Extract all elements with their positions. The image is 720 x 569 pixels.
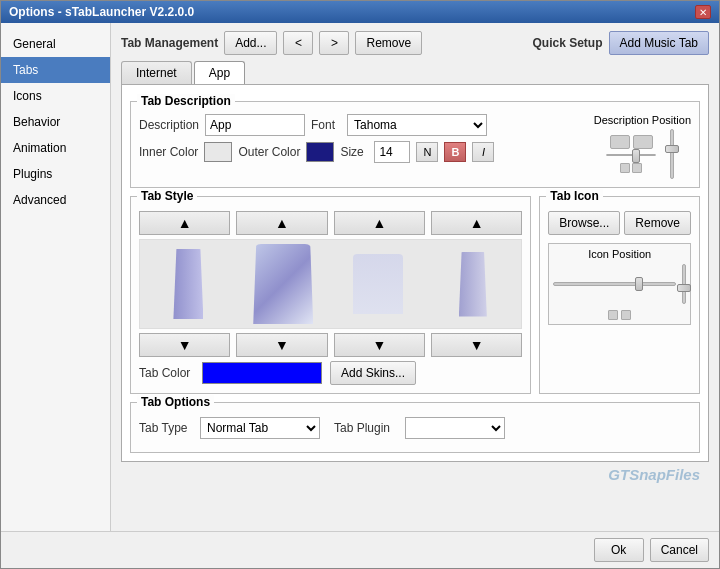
remove-icon-button[interactable]: Remove bbox=[624, 211, 691, 235]
normal-font-button[interactable]: N bbox=[416, 142, 438, 162]
sidebar-item-plugins[interactable]: Plugins bbox=[1, 161, 110, 187]
desc-input[interactable] bbox=[205, 114, 305, 136]
ok-button[interactable]: Ok bbox=[594, 538, 644, 562]
tab-app[interactable]: App bbox=[194, 61, 245, 84]
style-up-btn-3[interactable]: ▲ bbox=[334, 211, 425, 235]
desc-position-area: Description Position bbox=[594, 114, 691, 179]
font-label: Font bbox=[311, 118, 341, 132]
inner-color-swatch[interactable] bbox=[204, 142, 232, 162]
next-button[interactable]: > bbox=[319, 31, 349, 55]
outer-color-swatch[interactable] bbox=[306, 142, 334, 162]
desc-position-label: Description Position bbox=[594, 114, 691, 126]
sidebar-item-tabs[interactable]: Tabs bbox=[1, 57, 110, 83]
sidebar-item-general[interactable]: General bbox=[1, 31, 110, 57]
bold-font-button[interactable]: B bbox=[444, 142, 466, 162]
main-window: Options - sTabLauncher V2.2.0.0 ✕ Genera… bbox=[0, 0, 720, 569]
cancel-button[interactable]: Cancel bbox=[650, 538, 709, 562]
tab-options-section: Tab Options Tab Type Normal Tab Music Ta… bbox=[130, 402, 700, 453]
watermark: GTSnapFiles bbox=[608, 466, 700, 483]
outer-color-label: Outer Color bbox=[238, 145, 300, 159]
color-row: Inner Color Outer Color Size N B I bbox=[139, 141, 584, 163]
style-up-buttons: ▲ ▲ ▲ ▲ bbox=[139, 211, 522, 235]
style-down-btn-1[interactable]: ▼ bbox=[139, 333, 230, 357]
size-label: Size bbox=[340, 145, 368, 159]
tab-description-title: Tab Description bbox=[137, 94, 235, 108]
tab-icon-buttons: Browse... Remove bbox=[548, 211, 691, 235]
sub-tabs-row: Internet App bbox=[121, 61, 709, 84]
italic-font-button[interactable]: I bbox=[472, 142, 494, 162]
tab-color-swatch[interactable] bbox=[202, 362, 322, 384]
main-content: Tab Management Add... < > Remove Quick S… bbox=[111, 23, 719, 531]
tab-style-section: Tab Style ▲ ▲ ▲ ▲ bbox=[130, 196, 531, 394]
tab-preview-4 bbox=[433, 244, 513, 324]
sidebar-item-behavior[interactable]: Behavior bbox=[1, 109, 110, 135]
tab-description-section: Tab Description Description Font Tahoma bbox=[130, 101, 700, 188]
style-up-btn-4[interactable]: ▲ bbox=[431, 211, 522, 235]
add-skins-button[interactable]: Add Skins... bbox=[330, 361, 416, 385]
style-up-btn-1[interactable]: ▲ bbox=[139, 211, 230, 235]
desc-label: Description bbox=[139, 118, 199, 132]
tab-plugin-select[interactable] bbox=[405, 417, 505, 439]
tab-options-title: Tab Options bbox=[137, 395, 214, 409]
tab-preview-3 bbox=[338, 244, 418, 324]
close-button[interactable]: ✕ bbox=[695, 5, 711, 19]
size-input[interactable] bbox=[374, 141, 410, 163]
font-select[interactable]: Tahoma bbox=[347, 114, 487, 136]
tab-management-toolbar: Tab Management Add... < > Remove bbox=[121, 31, 422, 55]
tab-type-select[interactable]: Normal Tab Music Tab App Tab bbox=[200, 417, 320, 439]
sidebar-item-icons[interactable]: Icons bbox=[1, 83, 110, 109]
style-down-buttons: ▼ ▼ ▼ ▼ bbox=[139, 333, 522, 357]
tab-style-title: Tab Style bbox=[137, 189, 197, 203]
window-title: Options - sTabLauncher V2.2.0.0 bbox=[9, 5, 194, 19]
inner-color-label: Inner Color bbox=[139, 145, 198, 159]
add-button[interactable]: Add... bbox=[224, 31, 277, 55]
top-toolbars: Tab Management Add... < > Remove Quick S… bbox=[121, 31, 709, 55]
style-down-btn-2[interactable]: ▼ bbox=[236, 333, 327, 357]
description-row: Description Font Tahoma bbox=[139, 114, 584, 136]
tab-icon-title: Tab Icon bbox=[546, 189, 602, 203]
add-music-tab-button[interactable]: Add Music Tab bbox=[609, 31, 710, 55]
app-panel: Tab Description Description Font Tahoma bbox=[121, 84, 709, 462]
quick-setup-label: Quick Setup bbox=[532, 36, 602, 50]
sidebar-item-animation[interactable]: Animation bbox=[1, 135, 110, 161]
tab-options-row: Tab Type Normal Tab Music Tab App Tab Ta… bbox=[139, 417, 691, 439]
tab-internet[interactable]: Internet bbox=[121, 61, 192, 84]
icon-position-area: Icon Position bbox=[548, 243, 691, 325]
tab-icon-section: Tab Icon Browse... Remove Icon Position bbox=[539, 196, 700, 394]
sidebar: General Tabs Icons Behavior Animation Pl… bbox=[1, 23, 111, 531]
tab-management-label: Tab Management bbox=[121, 36, 218, 50]
sidebar-item-advanced[interactable]: Advanced bbox=[1, 187, 110, 213]
tab-color-row: Tab Color Add Skins... bbox=[139, 361, 522, 385]
remove-button[interactable]: Remove bbox=[355, 31, 422, 55]
tab-plugin-label: Tab Plugin bbox=[334, 421, 399, 435]
tab-preview-1 bbox=[148, 244, 228, 324]
icon-position-label: Icon Position bbox=[553, 248, 686, 260]
desc-position-sliders bbox=[606, 129, 678, 179]
window-body: General Tabs Icons Behavior Animation Pl… bbox=[1, 23, 719, 531]
tab-type-label: Tab Type bbox=[139, 421, 194, 435]
quick-setup-toolbar: Quick Setup Add Music Tab bbox=[532, 31, 709, 55]
style-down-btn-4[interactable]: ▼ bbox=[431, 333, 522, 357]
style-down-btn-3[interactable]: ▼ bbox=[334, 333, 425, 357]
footer-bar: Ok Cancel bbox=[1, 531, 719, 568]
browse-icon-button[interactable]: Browse... bbox=[548, 211, 620, 235]
tab-preview-area bbox=[139, 239, 522, 329]
tab-color-label: Tab Color bbox=[139, 366, 194, 380]
style-up-btn-2[interactable]: ▲ bbox=[236, 211, 327, 235]
title-bar: Options - sTabLauncher V2.2.0.0 ✕ bbox=[1, 1, 719, 23]
prev-button[interactable]: < bbox=[283, 31, 313, 55]
tab-preview-2 bbox=[243, 244, 323, 324]
